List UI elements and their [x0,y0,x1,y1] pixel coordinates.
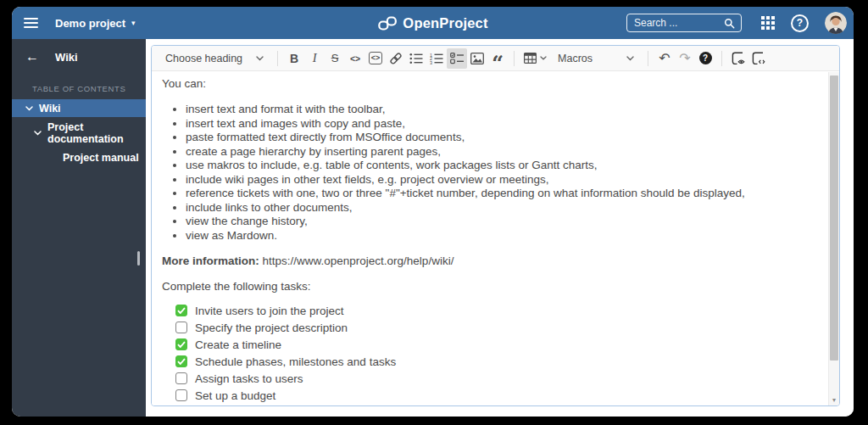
insert-image-button[interactable] [467,48,487,69]
sidebar-item-wiki[interactable]: Wiki [12,99,146,117]
chevron-down-icon [540,56,547,60]
task-checklist: Invite users to join the project Specify… [162,302,820,405]
chevron-down-icon [626,56,634,61]
task-label: Schedule phases, milestones and tasks [195,355,396,369]
todo-list-button[interactable] [447,48,467,69]
openproject-logo[interactable]: OpenProject [377,15,487,31]
task-checkbox[interactable] [175,338,187,350]
project-name: Demo project [55,17,125,30]
source-code-button[interactable] [748,48,769,69]
content-area: Choose heading B I S <> <> [146,39,854,417]
sidebar-title: Wiki [55,51,78,64]
task-item: Specify the project description [175,319,820,336]
task-checkbox[interactable] [175,322,187,333]
preview-button[interactable] [728,48,748,69]
task-item [175,404,820,405]
checkmark-icon [177,341,186,349]
inline-code-button[interactable]: <> [345,48,365,69]
bullet-item: insert text and format it with the toolb… [186,103,820,117]
heading-dropdown[interactable]: Choose heading [158,48,271,69]
sidebar-resize-handle[interactable] [137,251,140,266]
toolbar-separator [514,51,515,66]
back-arrow-icon[interactable]: ← [25,50,39,64]
more-information-label: More information: [162,254,259,267]
task-item: Create a timeline [175,336,820,353]
code-block-button[interactable]: <> [365,48,386,69]
search-icon[interactable] [723,17,736,30]
task-checkbox[interactable] [175,372,187,384]
modules-grid-icon[interactable] [761,16,775,30]
logo-text: OpenProject [403,15,487,31]
italic-button[interactable]: I [304,48,325,69]
task-label: Create a timeline [195,338,281,352]
help-icon: ? [699,52,712,64]
more-information-line: More information: https://www.openprojec… [162,254,820,268]
editor-scrollbar[interactable]: ▾ [828,72,839,405]
sidebar-item-label: Project documentation [47,121,146,145]
task-label: Specify the project description [195,321,348,335]
chevron-down-icon: ▾ [131,20,136,27]
preview-icon [732,52,746,65]
bulleted-list-button[interactable] [406,48,426,69]
scrollbar-thumb[interactable] [830,75,838,361]
checkmark-icon [177,358,186,366]
insert-table-button[interactable] [520,48,550,69]
scrollbar-down-arrow[interactable]: ▾ [829,396,839,404]
sidebar-item-label: Wiki [39,103,61,115]
todo-list-icon [450,53,464,64]
help-icon[interactable]: ? [791,14,809,32]
task-label: Assign tasks to users [195,372,303,386]
heading-dropdown-label: Choose heading [165,53,242,64]
undo-icon: ↶ [659,50,670,66]
feature-bullet-list: insert text and format it with the toolb… [162,103,820,243]
bullet-item: create a page hierarchy by inserting par… [186,145,820,159]
task-checkbox[interactable] [175,305,187,316]
table-icon [524,53,537,64]
openproject-logo-icon [377,16,397,31]
quote-icon: “ [492,50,504,66]
app-window: Demo project ▾ OpenProject [12,7,854,417]
macros-dropdown[interactable]: Macros [550,48,642,69]
svg-text:3: 3 [430,60,432,64]
wiki-document-body[interactable]: You can: insert text and format it with … [152,71,828,405]
task-checkbox[interactable] [175,389,187,401]
task-checkbox[interactable] [175,355,187,367]
task-label: Invite users to join the project [195,304,344,318]
macros-dropdown-label: Macros [558,53,593,64]
project-selector[interactable]: Demo project ▾ [55,17,136,30]
sidebar-item-label: Project manual [63,152,139,164]
undo-button[interactable]: ↶ [654,48,675,69]
redo-button[interactable]: ↷ [675,48,695,69]
link-button[interactable] [386,48,406,69]
checkmark-icon [177,307,186,315]
numbered-list-icon: 1 2 3 [430,53,443,64]
task-label: Set up a budget [195,389,275,403]
more-information-url: https://www.openproject.org/help/wiki/ [263,254,454,267]
global-search[interactable] [626,14,742,32]
hamburger-menu-icon[interactable] [24,18,38,28]
tasks-intro-text: Complete the following tasks: [162,279,820,294]
chevron-down-icon [256,56,264,61]
sidebar-item-project-manual[interactable]: Project manual [12,148,146,166]
image-icon [470,53,484,64]
bold-button[interactable]: B [284,48,304,69]
bulleted-list-icon [409,53,423,64]
numbered-list-button[interactable]: 1 2 3 [426,48,447,69]
toolbar-separator [721,51,722,66]
bullet-item: paste formatted text directly from MSOff… [186,131,820,145]
editor-help-button[interactable]: ? [695,48,715,69]
bullet-item: view the change history, [186,215,820,229]
block-quote-button[interactable]: “ [487,48,508,69]
task-item: Schedule phases, milestones and tasks [175,353,820,370]
chevron-down-icon[interactable] [25,106,33,111]
source-code-icon [752,52,766,65]
bullet-item: view as Mardown. [186,229,820,243]
user-avatar[interactable] [825,12,847,34]
task-item: Assign tasks to users [175,370,820,387]
table-of-contents-label: TABLE OF CONTENTS [12,75,146,99]
chevron-down-icon[interactable] [34,131,42,136]
search-input[interactable] [634,17,720,29]
sidebar-item-project-documentation[interactable]: Project documentation [12,124,146,142]
strikethrough-button[interactable]: S [325,48,345,69]
bullet-item: insert text and images with copy and pas… [186,117,820,131]
